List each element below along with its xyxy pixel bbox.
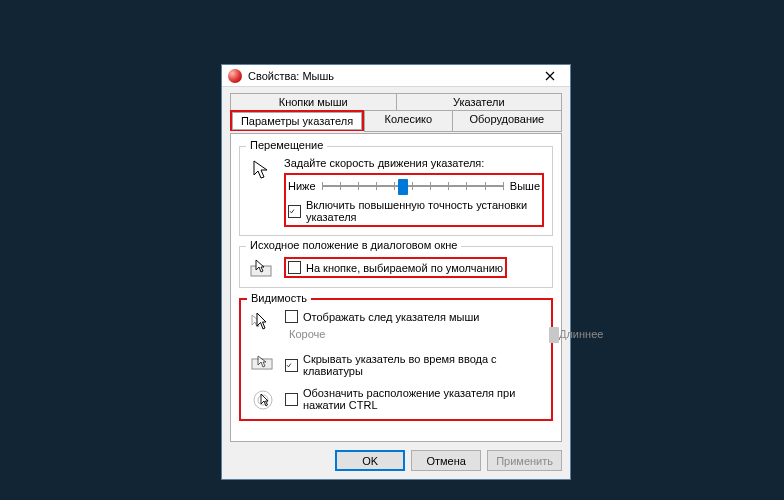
group-snap-to: Исходное положение в диалоговом окне На … [239,246,553,288]
group-movement: Перемещение Задайте скорость движения ук… [239,146,553,236]
snap-default-label: На кнопке, выбираемой по умолчанию [306,262,503,274]
pointer-trail-icon [249,310,277,332]
slider-fast-label: Выше [510,180,540,192]
highlight-snap: На кнопке, выбираемой по умолчанию [284,257,507,278]
tabstrip: Кнопки мыши Указатели Параметры указател… [230,93,562,131]
pointer-speed-icon [248,157,276,181]
slider-slow-label: Ниже [288,180,316,192]
cancel-button[interactable]: Отмена [411,450,481,471]
dialog-buttons: OK Отмена Применить [230,450,562,471]
ctrl-locate-icon [249,387,277,411]
close-icon [545,71,555,81]
pointer-trail-checkbox[interactable] [285,310,298,323]
ok-button[interactable]: OK [335,450,405,471]
tab-panel: Перемещение Задайте скорость движения ук… [230,133,562,442]
mouse-properties-window: Свойства: Мышь Кнопки мыши Указатели Пар… [221,64,571,480]
snap-to-icon [248,257,276,279]
close-button[interactable] [530,65,570,87]
pointer-speed-slider[interactable] [322,177,504,195]
speed-label: Задайте скорость движения указателя: [284,157,544,169]
group-snap-title: Исходное положение в диалоговом окне [246,239,461,251]
mouse-icon [228,69,242,83]
group-movement-title: Перемещение [246,139,327,151]
hide-typing-icon [249,353,277,373]
window-body: Кнопки мыши Указатели Параметры указател… [222,87,570,479]
group-visibility: Видимость Отображать след указателя мыши [239,298,553,421]
trail-slider-thumb [549,327,559,343]
hide-typing-label: Скрывать указатель во время ввода с клав… [303,353,543,377]
trail-short-label: Короче [285,328,543,340]
window-title: Свойства: Мышь [248,70,530,82]
enhance-precision-label: Включить повышенную точность установки у… [306,199,540,223]
trail-long-label: Длиннее [555,328,784,340]
snap-default-checkbox[interactable] [288,261,301,274]
ctrl-locate-label: Обозначить расположение указателя при на… [303,387,543,411]
tab-wheel[interactable]: Колесико [364,110,453,132]
apply-button[interactable]: Применить [487,450,562,471]
tab-pointers[interactable]: Указатели [397,93,563,111]
pointer-trail-label: Отображать след указателя мыши [303,311,479,323]
tab-pointer-options[interactable]: Параметры указателя [232,112,362,130]
tab-hardware[interactable]: Оборудование [453,110,562,132]
slider-thumb[interactable] [398,179,408,195]
tab-buttons[interactable]: Кнопки мыши [230,93,397,111]
hide-typing-checkbox[interactable] [285,359,298,372]
enhance-precision-checkbox[interactable] [288,205,301,218]
titlebar[interactable]: Свойства: Мышь [222,65,570,87]
highlight-movement: Ниже Выше [284,173,544,227]
group-visibility-title: Видимость [247,292,311,304]
ctrl-locate-checkbox[interactable] [285,393,298,406]
